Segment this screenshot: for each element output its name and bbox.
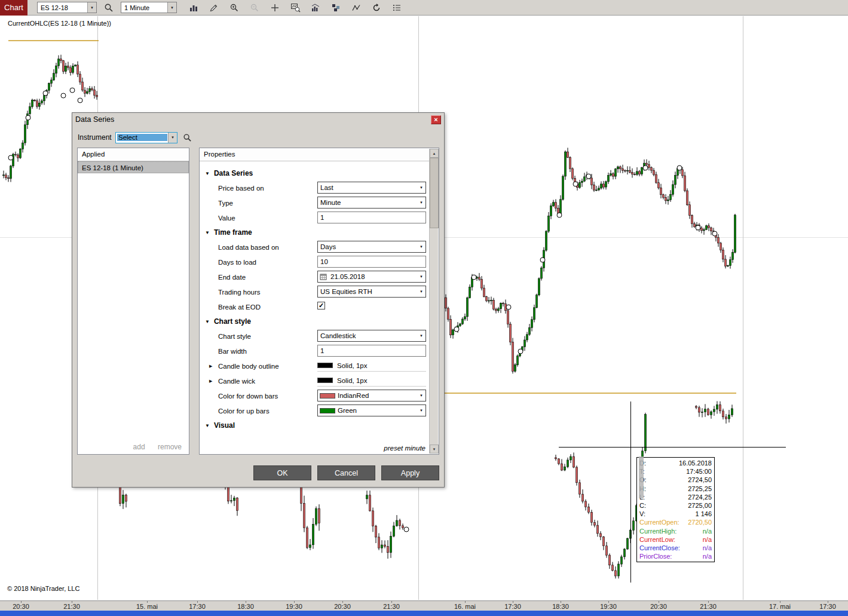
drawing-tools-icon[interactable] (208, 2, 220, 14)
dialog-titlebar[interactable]: Data Series × (72, 113, 444, 126)
scrollbar-thumb[interactable] (430, 158, 439, 228)
data-box-row: CurrentHigh:n/a (637, 527, 714, 535)
category-visual[interactable]: ▼Visual (200, 418, 429, 433)
axis-label: 20:30 (13, 603, 29, 610)
horizontal-scrollbar[interactable] (0, 611, 848, 616)
axis-label: 18:30 (237, 603, 254, 610)
data-box-label: V: (639, 510, 645, 517)
search-icon[interactable] (183, 133, 192, 142)
instrument-combo[interactable]: ES 12-18 ▼ (37, 2, 97, 13)
property-row-chart-style: Chart styleCandlestick▼ (200, 329, 429, 344)
chart-tab[interactable]: Chart (0, 0, 27, 16)
applied-list: ES 12-18 (1 Minute) (78, 161, 189, 173)
data-box-value: 17:45:00 (686, 468, 712, 475)
indicators-icon[interactable] (310, 2, 322, 14)
zoom-in-icon[interactable] (228, 2, 240, 14)
axis-label: 21:30 (383, 603, 400, 610)
data-box-label: CurrentHigh: (639, 528, 676, 535)
data-box-label: CurrentOpen: (639, 519, 679, 526)
applied-panel: Applied ES 12-18 (1 Minute) add remove (77, 148, 189, 455)
properties-icon[interactable] (391, 2, 403, 14)
interval-combo[interactable]: 1 Minute ▼ (121, 2, 177, 13)
search-icon[interactable] (103, 2, 115, 14)
bar-width-label: Bar width (218, 348, 247, 355)
close-icon[interactable]: × (431, 115, 441, 124)
color-for-up-bars-select[interactable]: Green▼ (317, 404, 426, 416)
property-row-candle-body-outline: ▶Candle body outlineSolid, 1px (200, 358, 429, 373)
chevron-down-icon: ▼ (417, 290, 425, 293)
chevron-down-icon: ▼ (417, 275, 425, 278)
applied-header: Applied (78, 148, 189, 161)
data-box-row: D:16.05.2018 (637, 459, 714, 467)
category-label: Chart style (214, 317, 251, 326)
crosshair-icon[interactable] (269, 2, 281, 14)
end-date-select[interactable]: 21.05.2018▼ (317, 271, 426, 283)
property-row-bar-width: Bar width (200, 344, 429, 358)
interval-combo-value: 1 Minute (121, 4, 167, 11)
reload-icon[interactable] (371, 2, 382, 14)
toolbar: Chart ES 12-18 ▼ 1 Minute ▼ (0, 0, 848, 16)
candle-body-outline-label: Candle body outline (218, 363, 279, 370)
color-for-down-bars-select[interactable]: IndianRed▼ (317, 390, 426, 402)
remove-link[interactable]: remove (158, 443, 182, 451)
load-data-based-on-select[interactable]: Days▼ (317, 241, 426, 253)
candle-wick-value: Solid, 1px (337, 377, 368, 384)
type-select[interactable]: Minute▼ (317, 197, 426, 209)
instrument-select[interactable]: Select ▼ (115, 132, 177, 143)
scroll-down-icon[interactable]: ▼ (430, 445, 439, 453)
axis-label: 16. mai (454, 603, 476, 610)
category-data-series[interactable]: ▼Data Series (200, 166, 429, 180)
candle-body-outline-style[interactable]: Solid, 1px (317, 360, 426, 372)
ok-button[interactable]: OK (253, 465, 311, 480)
break-at-eod-checkbox[interactable]: ✓ (317, 302, 325, 309)
property-row-price-based-on: Price based onLast▼ (200, 180, 429, 195)
value-input[interactable] (317, 212, 426, 223)
zoom-out-icon[interactable] (249, 2, 261, 14)
candle-body-outline-value: Solid, 1px (337, 362, 368, 369)
data-box-icon[interactable] (289, 2, 301, 14)
cancel-button[interactable]: Cancel (317, 465, 375, 480)
axis-label: 21:30 (700, 603, 717, 610)
category-label: Data Series (214, 169, 253, 177)
vertical-scrollbar[interactable]: ▲ ▼ (429, 149, 438, 453)
candle-wick-style[interactable]: Solid, 1px (317, 375, 426, 387)
trading-hours-select[interactable]: US Equities RTH▼ (317, 286, 426, 298)
data-box-value: n/a (703, 553, 712, 560)
chart-style-icon[interactable] (188, 2, 200, 14)
data-box-label: C: (639, 502, 646, 509)
collapse-icon: ▼ (205, 230, 210, 235)
property-row-days-to-load: Days to load (200, 255, 429, 269)
data-box-value: n/a (703, 544, 712, 551)
days-to-load-input[interactable] (317, 256, 426, 268)
data-box-row: CurrentClose:n/a (637, 544, 714, 552)
price-based-on-select[interactable]: Last▼ (317, 182, 426, 194)
data-box-row: H:2725,25 (637, 485, 714, 493)
data-box-value: 2724,25 (688, 494, 712, 501)
category-chart-style[interactable]: ▼Chart style (200, 314, 429, 329)
data-box-value: 2724,50 (688, 476, 712, 483)
scroll-up-icon[interactable]: ▲ (430, 149, 439, 158)
bar-width-input[interactable] (317, 345, 426, 357)
strategies-icon[interactable] (330, 2, 342, 14)
properties-header: Properties (200, 148, 439, 161)
add-link[interactable]: add (133, 443, 145, 451)
type-label: Type (218, 200, 233, 207)
instrument-value: Select (117, 134, 167, 141)
color-for-up-bars-value: Green (335, 407, 417, 414)
collapse-icon: ▼ (205, 423, 210, 428)
price-based-on-value: Last (318, 184, 417, 191)
time-axis[interactable]: 20:3021:3015. mai17:3018:3019:3020:3021:… (0, 600, 848, 611)
chevron-down-icon: ▼ (87, 2, 96, 13)
chevron-down-icon: ▼ (417, 201, 425, 204)
category-time-frame[interactable]: ▼Time frame (200, 225, 429, 240)
drawing-line-icon[interactable] (350, 2, 362, 14)
expand-icon[interactable]: ▶ (209, 379, 212, 384)
property-row-trading-hours: Trading hoursUS Equities RTH▼ (200, 284, 429, 299)
chart-style-label: Chart style (218, 333, 251, 340)
apply-button[interactable]: Apply (381, 465, 439, 480)
applied-item[interactable]: ES 12-18 (1 Minute) (78, 161, 189, 173)
expand-icon[interactable]: ▶ (209, 364, 212, 369)
axis-label: 17:30 (819, 603, 836, 610)
chart-style-select[interactable]: Candlestick▼ (317, 330, 426, 342)
property-row-color-for-down-bars: Color for down barsIndianRed▼ (200, 388, 429, 403)
